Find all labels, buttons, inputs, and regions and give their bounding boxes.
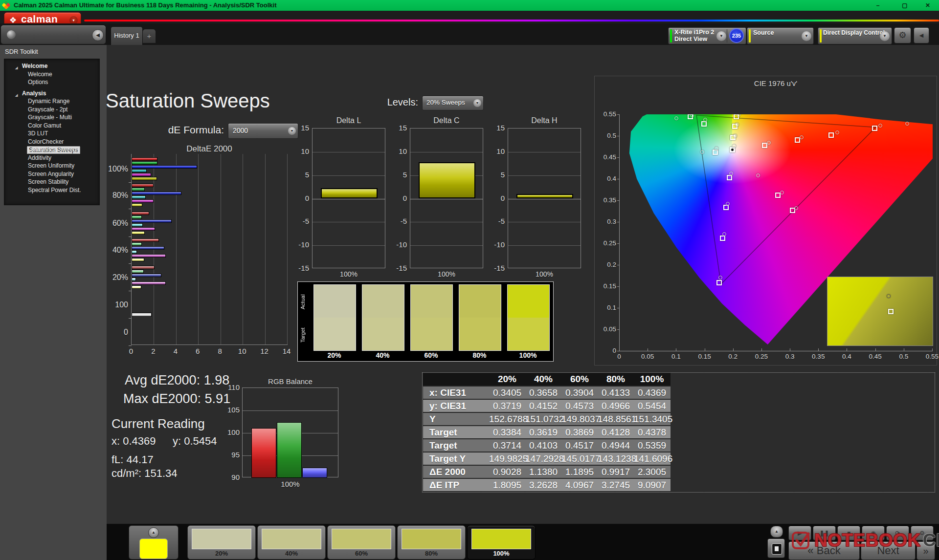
- cie-x-tick: 0.15: [695, 353, 715, 360]
- bar-yellow: [132, 285, 141, 289]
- maximize-button[interactable]: ▢: [897, 1, 912, 10]
- gridline: [508, 245, 581, 246]
- add-tab-button[interactable]: +: [143, 29, 156, 43]
- inset-circle-marker: [887, 294, 891, 298]
- sidebar-item-spectral-power-dist-[interactable]: Spectral Power Dist.: [4, 186, 99, 194]
- active-pattern-swatch[interactable]: [139, 538, 168, 559]
- display-pattern-inner: [775, 546, 779, 551]
- sidebar-item-grayscale-2pt[interactable]: Grayscale - 2pt: [4, 106, 99, 114]
- back-button[interactable]: « Back: [788, 541, 860, 560]
- sidebar-item-screen-stability[interactable]: Screen Stability: [4, 178, 99, 186]
- sidebar-section-analysis[interactable]: Analysis◢: [4, 89, 99, 98]
- table-cell: 3.2628: [525, 479, 561, 491]
- patterns-up-button[interactable]: ▲: [770, 526, 783, 538]
- collapse-panel-button[interactable]: ◀: [914, 27, 929, 43]
- rgb-plot-area: [242, 388, 338, 477]
- table-cell: 0.9917: [598, 466, 634, 478]
- pause-button[interactable]: ❚❚: [813, 526, 836, 540]
- delta-bar: [321, 188, 378, 198]
- category-label: 100%: [410, 270, 483, 278]
- delta-chart-title: Delta C: [410, 116, 483, 125]
- source-dropdown[interactable]: Source ▼: [747, 27, 814, 44]
- sidebar-item-color-gamut[interactable]: Color Gamut: [4, 122, 99, 130]
- y-tick: [129, 209, 132, 209]
- pattern-up-button[interactable]: ▲: [148, 527, 159, 538]
- pattern-card-80%[interactable]: 80%: [397, 525, 466, 560]
- tab-history-1[interactable]: History 1: [111, 26, 143, 45]
- y-tick-label: 100: [224, 428, 240, 436]
- y-tick-label: 0: [487, 194, 505, 202]
- pattern-window-panel: ▲: [129, 525, 179, 560]
- table-header-empty: [423, 373, 489, 386]
- sidebar-item-screen-angularity[interactable]: Screen Angularity: [4, 170, 99, 178]
- pattern-card-swatch: [332, 529, 391, 549]
- sidebar-item-welcome[interactable]: Welcome: [4, 70, 99, 79]
- play-button[interactable]: ▶: [788, 526, 811, 540]
- meter-dropdown[interactable]: X-Rite i1Pro 2 Direct View ▼: [669, 28, 724, 44]
- sidebar-item-grayscale-multi[interactable]: Grayscale - Multi: [4, 113, 99, 122]
- y-tick: [129, 318, 132, 319]
- tick: [790, 348, 790, 351]
- bottom-pattern-bar: ▲ 20%40%60%80%100% ▲ ▶❚❚■◉⟳⚙ « Back Next…: [107, 524, 939, 560]
- table-cell: 145.0177: [561, 452, 598, 465]
- meter-name: X-Rite i1Pro 2: [674, 29, 714, 36]
- display-window-button[interactable]: [767, 538, 785, 558]
- actual-swatch: [459, 285, 501, 318]
- logo-row: [0, 11, 939, 23]
- tick: [705, 348, 705, 351]
- x-tick-label: 10: [235, 347, 249, 355]
- refresh-button[interactable]: ⟳: [886, 526, 909, 540]
- display-control-dropdown[interactable]: Direct Display Control ▼: [818, 27, 892, 44]
- table-cell: 0.3619: [525, 426, 561, 438]
- bar-magenta: [132, 199, 154, 203]
- sidebar-item-screen-uniformity[interactable]: Screen Uniformity: [4, 162, 99, 170]
- delta-bar: [419, 162, 475, 199]
- tick: [617, 114, 620, 115]
- target-square-marker: [795, 137, 800, 143]
- bar-magenta: [132, 173, 151, 176]
- sidebar-section-welcome[interactable]: Welcome◢: [4, 62, 99, 70]
- settings-button[interactable]: ⚙: [894, 27, 911, 43]
- sidebar-item-options[interactable]: Options: [4, 78, 99, 86]
- de-formula-value: 2000: [233, 127, 248, 134]
- y-tick-label: 110: [224, 383, 240, 391]
- gridline: [508, 222, 581, 222]
- pattern-card-40%[interactable]: 40%: [257, 525, 326, 560]
- y-tick-label: 15: [389, 124, 407, 132]
- y-tick: [129, 345, 132, 346]
- record-button[interactable]: ◉: [862, 526, 885, 540]
- x-tick-label: 8: [213, 347, 227, 355]
- table-cell: 4.0967: [561, 479, 598, 491]
- minimize-button[interactable]: –: [871, 1, 885, 10]
- sidebar-item-colorchecker[interactable]: ColorChecker: [4, 138, 99, 146]
- sidebar-item-dynamic-range[interactable]: Dynamic Range: [4, 97, 99, 106]
- meter-count-badge[interactable]: 235: [729, 28, 744, 43]
- close-button[interactable]: ✕: [920, 1, 935, 10]
- pattern-card-60%[interactable]: 60%: [327, 525, 396, 560]
- levels-dropdown[interactable]: 20% Sweeps ▼: [422, 96, 484, 110]
- target-square-marker: [727, 175, 732, 180]
- stop-button[interactable]: ■: [837, 526, 860, 540]
- pattern-card-100%[interactable]: 100%: [467, 525, 536, 560]
- settings-button[interactable]: ⚙: [911, 526, 934, 540]
- next-button[interactable]: Next: [861, 541, 916, 560]
- measured-circle-marker: [835, 130, 839, 134]
- delta-plot-area: [508, 128, 581, 268]
- table-cell: 151.3405: [634, 413, 670, 425]
- delta-l-chart: Delta L151050-5-10-15100%: [291, 116, 386, 280]
- sidebar-item-additivity[interactable]: Additivity: [4, 154, 99, 162]
- collapse-sidebar-button[interactable]: ◀: [92, 29, 104, 41]
- table-row-label: x: CIE31: [423, 387, 489, 399]
- play-icon: ▶: [798, 530, 802, 537]
- table-cell: 0.4517: [561, 439, 598, 452]
- table-cell: 0.3405: [489, 387, 525, 399]
- next-chevron-button[interactable]: »: [917, 541, 935, 560]
- pattern-card-20%[interactable]: 20%: [187, 525, 256, 560]
- table-row: Target y:CIE310.37140.41030.45170.49440.…: [423, 439, 671, 452]
- de-formula-dropdown[interactable]: 2000 ▼: [228, 123, 298, 139]
- sidebar-item-3d-lut[interactable]: 3D LUT: [4, 129, 99, 138]
- sidebar-item-luminance-sweeps[interactable]: Luminance Sweeps: [4, 146, 99, 154]
- group-label: 20%: [93, 273, 128, 282]
- bar-yellow: [132, 231, 145, 235]
- tick: [617, 157, 620, 158]
